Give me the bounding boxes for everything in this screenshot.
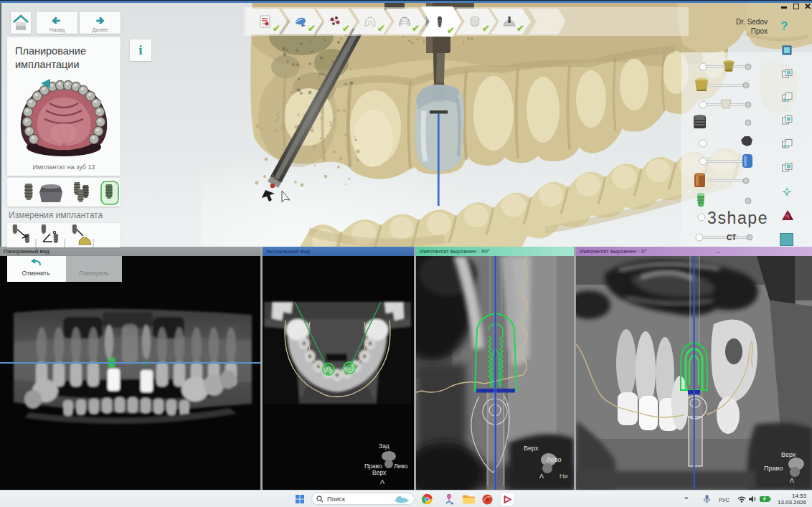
- svg-text:CT: CT: [727, 234, 736, 242]
- svg-text:Ни: Ни: [560, 473, 568, 480]
- svg-text:Лево: Лево: [547, 456, 562, 463]
- svg-text:Право: Право: [764, 465, 783, 472]
- svg-text:Зад: Зад: [379, 442, 390, 450]
- svg-text:Лево: Лево: [394, 463, 408, 470]
- svg-text:Верх: Верх: [372, 469, 387, 476]
- svg-text:Верх: Верх: [524, 445, 539, 452]
- svg-text:Λ: Λ: [380, 478, 384, 485]
- svg-text:Верх: Верх: [781, 451, 796, 458]
- svg-text:Λ: Λ: [539, 473, 544, 480]
- svg-text:Λ: Λ: [790, 477, 794, 484]
